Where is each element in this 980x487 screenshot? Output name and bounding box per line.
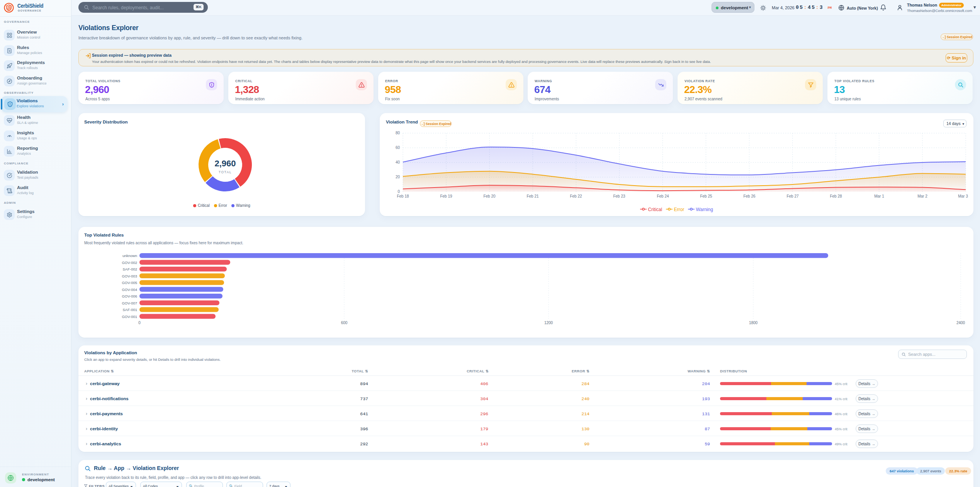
svg-text:unknown: unknown	[122, 254, 137, 258]
svg-text:GOV-006: GOV-006	[122, 294, 137, 298]
svg-text:80: 80	[396, 131, 400, 135]
svg-text:0: 0	[397, 189, 400, 194]
svg-text:GOV-002: GOV-002	[122, 260, 137, 265]
svg-text:Feb 23: Feb 23	[613, 194, 625, 198]
svg-text:Feb 22: Feb 22	[570, 194, 582, 198]
svg-text:Feb 25: Feb 25	[700, 194, 712, 198]
svg-text:Feb 28: Feb 28	[830, 194, 842, 198]
svg-text:SAF-002: SAF-002	[123, 267, 138, 271]
svg-text:60: 60	[396, 145, 400, 150]
svg-text:GOV-001: GOV-001	[122, 315, 137, 319]
svg-text:Feb 26: Feb 26	[743, 194, 756, 198]
svg-text:Feb 21: Feb 21	[527, 194, 539, 198]
svg-text:Mar 1: Mar 1	[874, 194, 884, 198]
svg-text:SAF-001: SAF-001	[123, 308, 138, 312]
svg-text:1200: 1200	[544, 321, 553, 325]
svg-text:Mar 2: Mar 2	[917, 194, 927, 198]
svg-text:600: 600	[341, 321, 348, 325]
svg-text:Mar 3: Mar 3	[958, 194, 968, 198]
svg-text:2400: 2400	[956, 321, 965, 325]
svg-text:Feb 19: Feb 19	[440, 194, 452, 198]
svg-text:GOV-003: GOV-003	[122, 274, 137, 278]
svg-text:Feb 18: Feb 18	[397, 194, 409, 198]
svg-text:GOV-005: GOV-005	[122, 281, 137, 285]
svg-text:GOV-007: GOV-007	[122, 301, 137, 305]
svg-text:20: 20	[396, 175, 400, 179]
svg-text:40: 40	[396, 160, 400, 164]
svg-text:0: 0	[138, 321, 141, 325]
svg-text:GOV-004: GOV-004	[122, 287, 137, 292]
svg-text:Feb 24: Feb 24	[657, 194, 669, 198]
svg-text:1800: 1800	[749, 321, 758, 325]
svg-text:Feb 20: Feb 20	[483, 194, 496, 198]
svg-text:Feb 27: Feb 27	[786, 194, 799, 198]
